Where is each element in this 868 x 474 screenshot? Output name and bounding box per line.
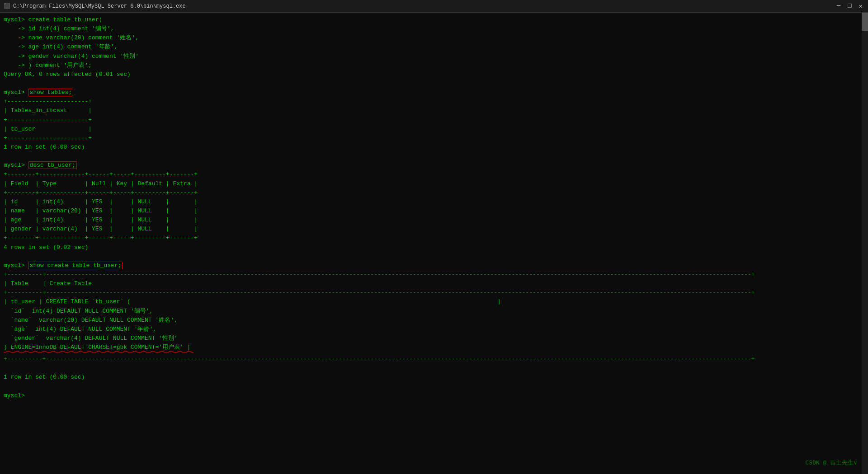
window-icon: ⬛ xyxy=(4,3,10,9)
title-bar: ⬛ C:\Program Files\MySQL\MySQL Server 6.… xyxy=(0,0,868,13)
create-table-header: | Table | Create Table xyxy=(4,279,864,288)
red-annotation xyxy=(4,350,864,354)
create-table-border1: +----------+----------------------------… xyxy=(4,270,864,279)
blank1 xyxy=(4,79,864,88)
create-table-line1: mysql> create table tb_user( xyxy=(4,15,864,24)
desc-row-id: | id | int(4) | YES | | NULL | | xyxy=(4,197,864,206)
scrollbar-thumb[interactable] xyxy=(862,13,868,31)
create-table-border2: +----------+----------------------------… xyxy=(4,288,864,297)
query-ok-line: Query OK, 0 rows affected (0.01 sec) xyxy=(4,70,864,79)
create-table-row5: `gender` varchar(4) DEFAULT NULL COMMENT… xyxy=(4,334,864,343)
show-tables-result: 1 row in set (0.00 sec) xyxy=(4,143,864,152)
create-table-row1: | tb_user | CREATE TABLE `tb_user` ( | xyxy=(4,297,864,306)
window-title: C:\Program Files\MySQL\MySQL Server 6.0\… xyxy=(13,3,186,9)
minimize-button[interactable]: ─ xyxy=(835,2,842,10)
desc-line: mysql> desc tb_user; xyxy=(4,161,864,170)
terminal: mysql> create table tb_user( -> id int(4… xyxy=(0,13,868,474)
create-table-border3: +----------+----------------------------… xyxy=(4,355,864,364)
blank4 xyxy=(4,364,864,373)
desc-border2: +--------+-------------+------+-----+---… xyxy=(4,188,864,197)
create-table-line5: -> gender varchar(4) comment '性别' xyxy=(4,52,864,61)
desc-result: 4 rows in set (0.02 sec) xyxy=(4,243,864,252)
final-prompt: mysql> xyxy=(4,391,864,400)
title-bar-left: ⬛ C:\Program Files\MySQL\MySQL Server 6.… xyxy=(4,3,186,9)
desc-row-gender: | gender | varchar(4) | YES | | NULL | | xyxy=(4,225,864,234)
show-create-cmd: show create table tb_user; xyxy=(28,262,123,269)
desc-border1: +--------+-------------+------+-----+---… xyxy=(4,170,864,179)
show-tables-header: | Tables_in_itcast | xyxy=(4,106,864,115)
blank2 xyxy=(4,152,864,161)
show-tables-border1: +-----------------------+ xyxy=(4,97,864,106)
show-tables-row1: | tb_user | xyxy=(4,125,864,134)
desc-header: | Field | Type | Null | Key | Default | … xyxy=(4,179,864,188)
create-table-line3: -> name varchar(20) comment '姓名', xyxy=(4,33,864,42)
desc-row-age: | age | int(4) | YES | | NULL | | xyxy=(4,216,864,225)
create-table-row4: `age` int(4) DEFAULT NULL COMMENT '年龄', xyxy=(4,325,864,334)
show-tables-line: mysql> show tables; xyxy=(4,88,864,97)
desc-border3: +--------+-------------+------+-----+---… xyxy=(4,234,864,243)
show-create-line: mysql> show create table tb_user; xyxy=(4,261,864,270)
watermark: CSDN @ 吉士先生∨ xyxy=(806,459,857,467)
create-table-line2: -> id int(4) comment '编号', xyxy=(4,24,864,33)
create-table-line6: -> ) comment '用户表'; xyxy=(4,61,864,70)
title-bar-controls[interactable]: ─ □ ✕ xyxy=(835,2,864,10)
desc-row-name: | name | varchar(20) | YES | | NULL | | xyxy=(4,206,864,216)
create-table-row3: `name` varchar(20) DEFAULT NULL COMMENT … xyxy=(4,316,864,325)
scrollbar[interactable] xyxy=(862,13,868,474)
create-table-line4: -> age int(4) comment '年龄', xyxy=(4,42,864,52)
maximize-button[interactable]: □ xyxy=(846,2,853,10)
blank5 xyxy=(4,382,864,391)
close-button[interactable]: ✕ xyxy=(857,2,864,10)
show-tables-cmd: show tables; xyxy=(28,89,74,96)
desc-cmd: desc tb_user; xyxy=(28,161,77,169)
show-tables-border2: +-----------------------+ xyxy=(4,116,864,125)
final-result: 1 row in set (0.00 sec) xyxy=(4,373,864,382)
create-table-row2: `id` int(4) DEFAULT NULL COMMENT '编号', xyxy=(4,307,864,316)
blank3 xyxy=(4,252,864,261)
show-tables-border3: +-----------------------+ xyxy=(4,134,864,143)
